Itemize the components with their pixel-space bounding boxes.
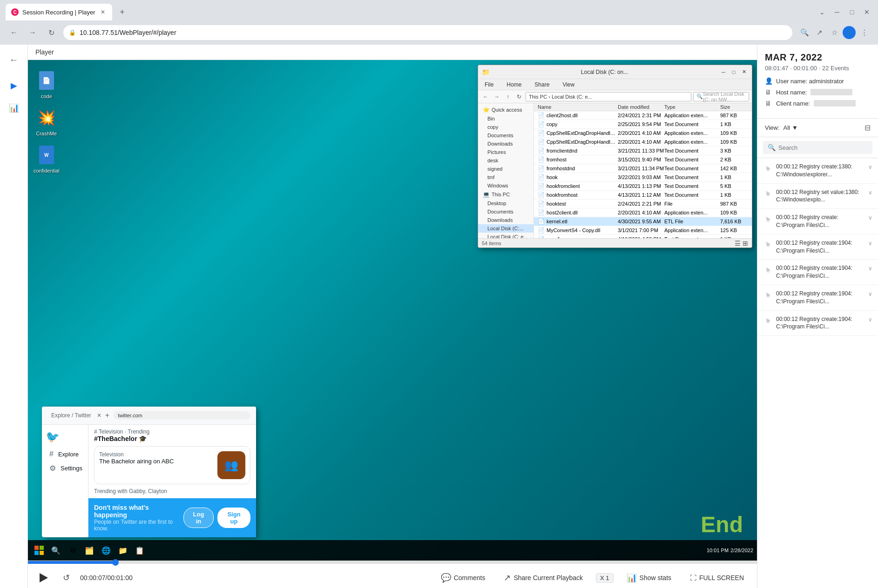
progress-bar[interactable] [28, 561, 757, 564]
twitter-tab[interactable]: Explore / Twitter [47, 410, 95, 421]
file-row[interactable]: 📄host2client.dll2/20/2021 4:10 AMApplica… [534, 208, 752, 217]
bachelor-card[interactable]: Television The Bachelor airing on ABC 👥 [94, 446, 250, 484]
ribbon-tab-share[interactable]: Share [532, 80, 552, 89]
tab-close-button[interactable]: ✕ [99, 8, 107, 16]
share-button[interactable]: ↗ Share Current Playback [498, 570, 588, 586]
nav-item-copy[interactable]: copy [478, 123, 534, 131]
ribbon-tab-file[interactable]: File [482, 80, 496, 89]
file-row[interactable]: 📄hooktest2/24/2021 2:21 PMFile987 KB [534, 200, 752, 208]
profile-icon[interactable]: 👤 [843, 26, 856, 39]
file-row[interactable]: 📄MyConvertS4 - Copy.dll3/1/2021 7:00 PMA… [534, 226, 752, 235]
event-expand-icon[interactable]: ∨ [868, 265, 872, 272]
view-tiles-icon[interactable]: ⊞ [743, 240, 748, 247]
new-tab-button[interactable]: + [116, 6, 129, 19]
bookmark-icon[interactable]: ☆ [828, 26, 841, 39]
taskbar-search-icon[interactable]: 🔍 [48, 543, 63, 558]
nav-item-pictures[interactable]: Pictures [478, 148, 534, 156]
taskbar-explorer-icon[interactable]: 📁 [115, 543, 130, 558]
twitter-settings-link[interactable]: ⚙ Settings [46, 461, 84, 475]
nav-item-local-disk-c[interactable]: Local Disk (C:... [478, 224, 534, 233]
nav-item-documents[interactable]: Documents [478, 131, 534, 140]
search-input[interactable] [778, 144, 868, 151]
event-item[interactable]: 🖱 00:00:12 Registry set value:1380: C:\W… [757, 184, 878, 209]
event-item[interactable]: 🖱 00:00:12 Registry create:1904: C:\Prog… [757, 260, 878, 285]
replay-button[interactable]: ↺ [60, 571, 73, 584]
forward-button[interactable]: → [26, 26, 39, 39]
explorer-up-button[interactable]: ↑ [503, 92, 513, 101]
file-row[interactable]: 📄CppShellExtDragDropHandler.dll2/20/2021… [534, 138, 752, 147]
address-bar[interactable]: 🔒 10.108.77.51/WebPlayer/#/player [63, 25, 792, 40]
file-row[interactable]: 📄hookfromclient4/13/2021 1:13 PMText Doc… [534, 182, 752, 191]
nav-item-local-disk-e[interactable]: Local Disk (C: e... [478, 233, 534, 238]
restore-icon[interactable]: ─ [831, 7, 843, 18]
event-item[interactable]: 🖱 00:00:12 Registry create:1380: C:\Wind… [757, 158, 878, 184]
twitter-url-bar[interactable]: twitter.com [113, 411, 250, 420]
maximize-icon[interactable]: □ [846, 7, 858, 18]
taskbar-chrome-icon[interactable]: 🌐 [99, 543, 114, 558]
file-row[interactable]: 📄copy2/25/2021 9:54 PMText Document1 KB [534, 120, 752, 129]
nav-item-bin[interactable]: Bin [478, 114, 534, 123]
file-row[interactable]: 📄fromclientdnd3/21/2021 11:33 PMText Doc… [534, 147, 752, 155]
close-tab-icon[interactable]: ✕ [97, 412, 101, 419]
explorer-minimize-button[interactable]: ─ [719, 68, 728, 76]
file-row[interactable]: 📄hook3/22/2021 9:03 AMText Document1 KB [534, 173, 752, 182]
nav-item-desktop[interactable]: Desktop [478, 199, 534, 207]
back-button[interactable]: ← [7, 26, 20, 39]
view-select[interactable]: All ▼ [783, 124, 798, 131]
minimize-icon[interactable]: ⌄ [817, 7, 828, 18]
fullscreen-button[interactable]: ⛶ FULL SCREEN [684, 571, 750, 584]
explorer-close-button[interactable]: ✕ [740, 68, 748, 76]
view-details-icon[interactable]: ☰ [735, 240, 741, 247]
nav-item-tmf[interactable]: tmf [478, 173, 534, 181]
twitter-explore-link[interactable]: # Explore [46, 447, 84, 461]
nav-item-signed[interactable]: signed [478, 165, 534, 173]
ribbon-tab-home[interactable]: Home [504, 80, 524, 89]
play-button[interactable] [35, 569, 52, 586]
event-expand-icon[interactable]: ∨ [868, 240, 872, 247]
ribbon-tab-view[interactable]: View [560, 80, 577, 89]
nav-item-windows[interactable]: Windows [478, 181, 534, 190]
event-item[interactable]: 🖱 00:00:12 Registry create:1904: C:\Prog… [757, 234, 878, 260]
stats-button[interactable]: 📊 Show stats [621, 570, 677, 586]
nav-item-this-pc[interactable]: 💻This PC [478, 190, 534, 199]
nav-item-downloads[interactable]: Downloads [478, 140, 534, 148]
nav-item-desk[interactable]: desk [478, 156, 534, 165]
comments-button[interactable]: 💬 Comments [435, 570, 491, 586]
close-icon[interactable]: ✕ [861, 7, 872, 18]
event-expand-icon[interactable]: ∨ [868, 189, 872, 196]
taskbar-app-icon[interactable]: 📋 [132, 543, 147, 558]
explorer-back-button[interactable]: ← [481, 92, 490, 101]
event-expand-icon[interactable]: ∨ [868, 316, 872, 323]
login-button[interactable]: Log in [183, 508, 214, 528]
file-row[interactable]: 📄fromhostdnd3/21/2021 11:34 PMText Docum… [534, 164, 752, 173]
menu-icon[interactable]: ⋮ [858, 26, 871, 39]
file-row[interactable]: 📄CppShellExtDragDropHandler - Copy.dll2/… [534, 129, 752, 138]
share-icon[interactable]: ↗ [813, 26, 826, 39]
event-expand-icon[interactable]: ∨ [868, 214, 872, 221]
explorer-maximize-button[interactable]: □ [729, 68, 738, 76]
signup-button[interactable]: Sign up [217, 508, 250, 528]
event-item[interactable]: 🖱 00:00:12 Registry create:1904: C:\Prog… [757, 311, 878, 336]
nav-item-quick-access[interactable]: ⭐Quick access [478, 105, 534, 114]
nav-item-documents2[interactable]: Documents [478, 207, 534, 216]
event-expand-icon[interactable]: ∨ [868, 164, 872, 170]
event-item[interactable]: 🖱 00:00:12 Registry create: C:\Program F… [757, 209, 878, 234]
explorer-refresh-button[interactable]: ↻ [514, 92, 524, 101]
file-row[interactable]: 📄new 14/19/2021 4:50 PMText Document1 KB [534, 235, 752, 238]
reload-button[interactable]: ↻ [45, 26, 58, 39]
start-button[interactable] [32, 543, 47, 558]
taskbar-taskview-icon[interactable]: ⧉ [65, 543, 80, 558]
back-nav-button[interactable]: ← [5, 50, 23, 69]
event-item[interactable]: 🖱 00:00:12 Registry create:1904: C:\Prog… [757, 285, 878, 311]
filter-button[interactable]: ⊟ [864, 123, 871, 132]
progress-thumb[interactable] [112, 559, 119, 566]
event-expand-icon[interactable]: ∨ [868, 291, 872, 297]
active-tab[interactable]: C Session Recording | Player ✕ [6, 4, 112, 20]
explorer-breadcrumb[interactable]: This PC › Local Disk (C: e... [526, 92, 691, 101]
new-tab-icon[interactable]: + [105, 411, 109, 420]
explorer-forward-button[interactable]: → [492, 92, 501, 101]
nav-item-downloads2[interactable]: Downloads [478, 216, 534, 224]
sidebar-item-player[interactable]: ▶ [5, 76, 23, 95]
file-row[interactable]: 📄kernel.etl4/30/2021 9:55 AMETL File7,61… [534, 217, 752, 226]
file-row[interactable]: 📄hookfromhost4/13/2021 1:12 AMText Docum… [534, 191, 752, 200]
